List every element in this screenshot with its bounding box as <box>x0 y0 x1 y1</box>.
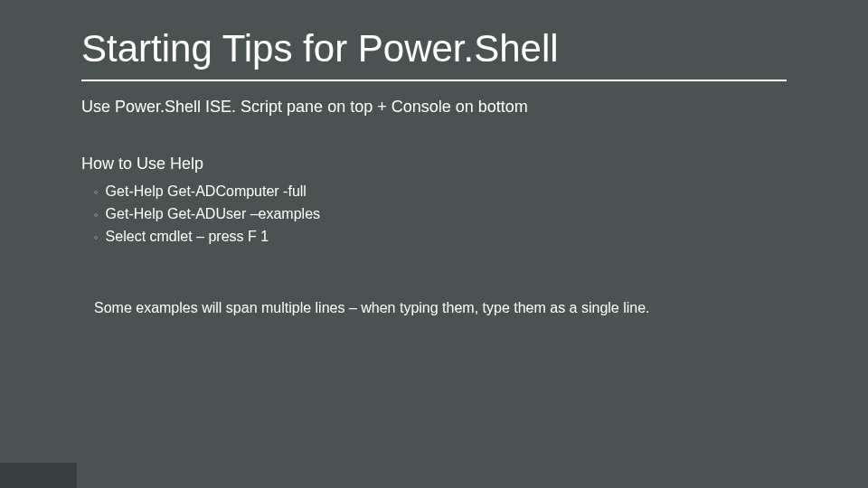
slide-title: Starting Tips for Power.Shell <box>81 27 787 70</box>
list-item-text: Select cmdlet – press F 1 <box>106 226 269 249</box>
list-item-text: Get-Help Get-ADUser –examples <box>106 203 320 226</box>
slide-subtitle: Use Power.Shell ISE. Script pane on top … <box>81 98 787 117</box>
slide-container: Starting Tips for Power.Shell Use Power.… <box>0 0 868 316</box>
slide-note: Some examples will span multiple lines –… <box>94 300 787 316</box>
bullet-marker-icon: ◦ <box>94 183 99 202</box>
bullet-marker-icon: ◦ <box>94 206 99 224</box>
section-heading: How to Use Help <box>81 155 787 174</box>
list-item: ◦ Select cmdlet – press F 1 <box>94 226 787 249</box>
bullet-marker-icon: ◦ <box>94 229 99 247</box>
list-item: ◦ Get-Help Get-ADComputer -full <box>94 181 787 203</box>
footer-accent <box>0 463 77 488</box>
title-underline <box>81 80 787 81</box>
bullet-list: ◦ Get-Help Get-ADComputer -full ◦ Get-He… <box>94 181 787 248</box>
list-item-text: Get-Help Get-ADComputer -full <box>106 181 307 203</box>
list-item: ◦ Get-Help Get-ADUser –examples <box>94 203 787 226</box>
